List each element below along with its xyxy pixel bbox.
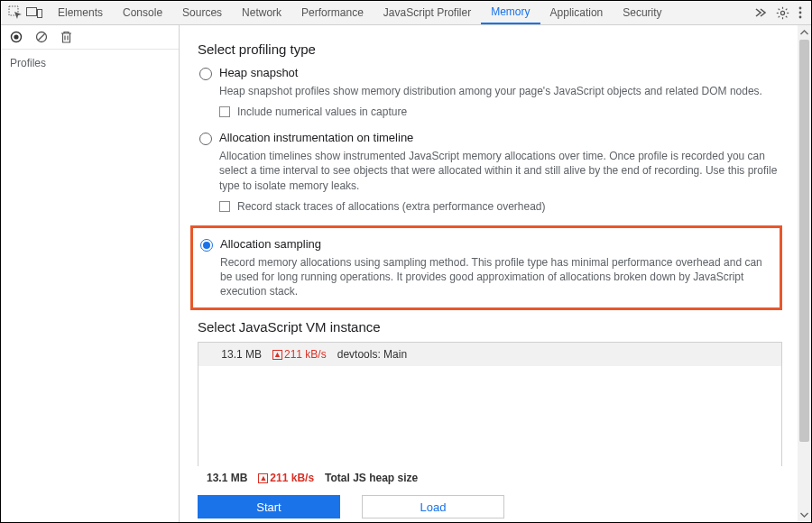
scroll-thumb[interactable] (799, 40, 809, 442)
option-heap-snapshot: Heap snapshot Heap snapshot profiles sho… (198, 66, 782, 118)
tab-security[interactable]: Security (613, 1, 671, 24)
panel-tabs: Elements Console Sources Network Perform… (48, 1, 672, 24)
profiles-sidebar: Profiles (1, 25, 180, 522)
load-button[interactable]: Load (362, 495, 504, 518)
vm-memory-size: 13.1 MB (208, 348, 262, 361)
svg-rect-2 (38, 10, 42, 18)
tab-performance[interactable]: Performance (291, 1, 374, 24)
radio-allocation-timeline[interactable] (199, 133, 212, 145)
tab-network[interactable]: Network (232, 1, 291, 24)
svg-point-3 (780, 11, 784, 14)
vm-instance-name: devtools: Main (337, 348, 407, 361)
highlighted-selection: Allocation sampling Record memory alloca… (190, 225, 782, 311)
allocation-timeline-label[interactable]: Allocation instrumentation on timeline (219, 131, 413, 144)
include-numerical-label[interactable]: Include numerical values in capture (237, 106, 407, 118)
footer-heap-delta: ▲ 211 kB/s (258, 472, 314, 484)
radio-heap-snapshot[interactable] (199, 68, 212, 80)
checkbox-include-numerical[interactable] (219, 106, 230, 117)
start-button[interactable]: Start (198, 495, 340, 518)
tab-console[interactable]: Console (113, 1, 172, 24)
vm-instance-row[interactable]: 13.1 MB ▲ 211 kB/s devtools: Main (198, 343, 781, 366)
svg-rect-1 (27, 8, 37, 16)
select-profiling-type-title: Select profiling type (198, 41, 782, 57)
footer-heap-label: Total JS heap size (325, 472, 418, 484)
clear-icon[interactable] (35, 31, 48, 43)
sidebar-section-profiles: Profiles (1, 50, 179, 77)
svg-line-9 (786, 15, 788, 17)
more-tabs-icon[interactable] (754, 7, 767, 18)
vm-instance-list[interactable]: 13.1 MB ▲ 211 kB/s devtools: Main (198, 342, 782, 468)
svg-point-14 (799, 16, 802, 19)
memory-panel: Select profiling type Heap snapshot Heap… (180, 25, 811, 522)
option-allocation-sampling: Allocation sampling Record memory alloca… (198, 237, 772, 299)
memory-footer: 13.1 MB ▲ 211 kB/s Total JS heap size St… (180, 466, 811, 522)
select-vm-instance-title: Select JavaScript VM instance (198, 319, 782, 335)
device-toolbar-icon[interactable] (26, 6, 42, 19)
tab-sources[interactable]: Sources (172, 1, 232, 24)
heap-snapshot-label[interactable]: Heap snapshot (219, 66, 298, 79)
radio-allocation-sampling[interactable] (200, 239, 213, 252)
delete-icon[interactable] (60, 31, 72, 43)
svg-point-16 (14, 34, 18, 39)
record-icon[interactable] (10, 31, 23, 43)
tab-elements[interactable]: Elements (48, 1, 113, 24)
tab-memory[interactable]: Memory (481, 1, 540, 24)
trend-up-icon: ▲ (258, 473, 268, 483)
allocation-sampling-description: Record memory allocations using sampling… (220, 255, 772, 299)
record-stack-traces-label[interactable]: Record stack traces of allocations (extr… (237, 200, 546, 213)
svg-line-10 (779, 15, 780, 17)
checkbox-record-stack-traces[interactable] (219, 201, 230, 212)
option-allocation-timeline: Allocation instrumentation on timeline A… (198, 131, 782, 213)
devtools-tabbar: Elements Console Sources Network Perform… (1, 1, 811, 25)
vm-memory-delta: ▲ 211 kB/s (272, 348, 327, 361)
svg-point-12 (799, 7, 802, 10)
scroll-track[interactable] (798, 40, 811, 508)
allocation-timeline-description: Allocation timelines show instrumented J… (219, 149, 782, 193)
settings-gear-icon[interactable] (776, 6, 789, 20)
footer-heap-size: 13.1 MB (207, 472, 247, 484)
tab-javascript-profiler[interactable]: JavaScript Profiler (374, 1, 481, 24)
scroll-up-icon[interactable] (798, 25, 811, 40)
svg-line-8 (779, 8, 780, 10)
tab-application[interactable]: Application (540, 1, 614, 24)
svg-line-18 (38, 33, 45, 41)
heap-snapshot-description: Heap snapshot profiles show memory distr… (219, 84, 782, 98)
trend-up-icon: ▲ (272, 350, 282, 360)
svg-line-11 (786, 8, 788, 10)
allocation-sampling-label[interactable]: Allocation sampling (220, 237, 321, 251)
kebab-menu-icon[interactable] (798, 6, 802, 19)
scroll-down-icon[interactable] (798, 508, 811, 522)
svg-point-13 (799, 12, 802, 14)
inspect-element-icon[interactable] (8, 5, 23, 20)
vertical-scrollbar[interactable] (798, 25, 811, 522)
